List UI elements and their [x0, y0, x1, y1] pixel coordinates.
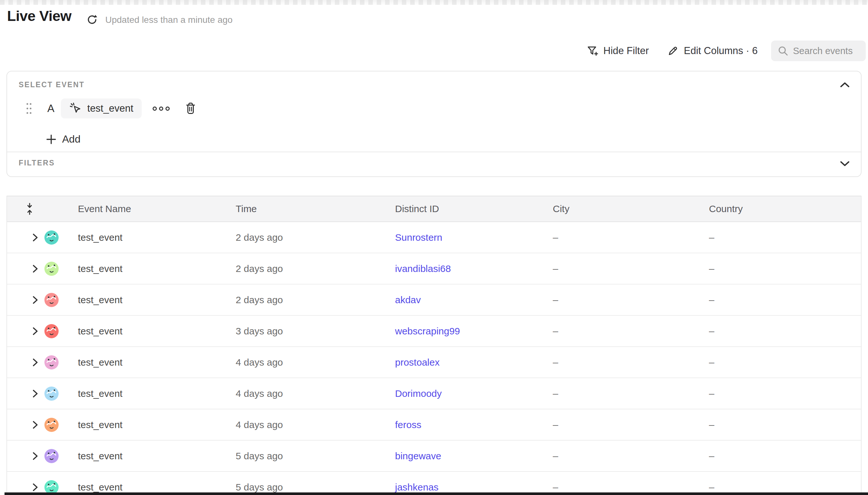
panel-divider	[7, 152, 861, 152]
event-name-cell: test_event	[78, 420, 122, 430]
row-expand-button[interactable]	[30, 482, 40, 492]
avatar[interactable]	[45, 418, 58, 432]
events-table: Event Name Time Distinct ID City Country…	[6, 196, 862, 495]
column-header-event-name[interactable]: Event Name	[78, 203, 131, 214]
avatar[interactable]	[45, 355, 58, 370]
country-cell: –	[709, 326, 714, 337]
country-cell: –	[709, 232, 714, 243]
search-events-box[interactable]	[771, 40, 866, 61]
page-title: Live View	[7, 8, 71, 24]
country-cell: –	[709, 420, 714, 430]
table-row: test_event 2 days ago Sunrostern – –	[7, 222, 861, 253]
avatar[interactable]	[45, 480, 58, 494]
avatar[interactable]	[45, 449, 58, 463]
row-expand-button[interactable]	[30, 389, 40, 398]
time-cell: 2 days ago	[236, 294, 283, 305]
row-expand-button[interactable]	[30, 451, 40, 461]
chevron-right-icon	[30, 389, 40, 398]
row-expand-button[interactable]	[30, 295, 40, 305]
chevron-right-icon	[30, 451, 40, 461]
column-header-city[interactable]: City	[553, 203, 569, 214]
add-button-label: Add	[62, 133, 81, 145]
column-header-time[interactable]: Time	[236, 203, 257, 214]
time-cell: 5 days ago	[236, 450, 283, 462]
chevron-up-icon[interactable]	[840, 82, 850, 88]
city-cell: –	[553, 326, 558, 337]
country-cell: –	[709, 482, 714, 493]
search-events-input[interactable]	[793, 46, 854, 56]
event-options-button[interactable]	[151, 105, 172, 113]
city-cell: –	[553, 294, 558, 305]
distinct-id-link[interactable]: prostoalex	[395, 357, 440, 368]
table-row: test_event 5 days ago jashkenas – –	[7, 472, 861, 495]
distinct-id-link[interactable]: jashkenas	[395, 482, 439, 493]
window-bottom-edge	[4, 492, 868, 495]
drag-handle[interactable]	[26, 103, 32, 114]
event-name-cell: test_event	[78, 232, 122, 243]
search-icon	[778, 45, 788, 56]
filter-icon	[586, 45, 598, 57]
event-selector-chip[interactable]: test_event	[61, 99, 142, 118]
country-cell: –	[709, 357, 714, 368]
refresh-icon	[86, 14, 98, 26]
edit-columns-label: Edit Columns · 6	[684, 45, 758, 57]
event-step-letter: A	[47, 102, 54, 115]
hide-filter-label: Hide Filter	[603, 45, 649, 57]
event-name-cell: test_event	[78, 482, 122, 493]
country-cell: –	[709, 450, 714, 462]
row-expand-button[interactable]	[30, 358, 40, 367]
row-expand-button[interactable]	[30, 233, 40, 242]
event-name-cell: test_event	[78, 450, 122, 462]
time-cell: 2 days ago	[236, 263, 283, 274]
refresh-button[interactable]	[86, 14, 98, 26]
table-row: test_event 2 days ago ivandiblasi68 – –	[7, 253, 861, 285]
avatar[interactable]	[45, 324, 58, 338]
event-name-cell: test_event	[78, 263, 122, 274]
table-row: test_event 4 days ago Dorimoody – –	[7, 378, 861, 409]
distinct-id-link[interactable]: webscraping99	[395, 326, 460, 337]
avatar[interactable]	[45, 262, 58, 276]
chevron-right-icon	[30, 264, 40, 274]
avatar[interactable]	[45, 231, 58, 244]
event-name-cell: test_event	[78, 357, 122, 368]
add-event-button[interactable]: Add	[46, 133, 81, 145]
plus-icon	[46, 134, 56, 144]
distinct-id-link[interactable]: ivandiblasi68	[395, 263, 451, 274]
country-cell: –	[709, 294, 714, 305]
chevron-down-icon[interactable]	[840, 160, 850, 167]
column-header-country[interactable]: Country	[709, 203, 743, 214]
avatar[interactable]	[45, 293, 58, 307]
table-row: test_event 5 days ago bingewave – –	[7, 441, 861, 472]
edit-columns-button[interactable]: Edit Columns · 6	[667, 44, 758, 58]
row-expand-button[interactable]	[30, 264, 40, 274]
collapse-all-button[interactable]	[24, 203, 35, 215]
hide-filter-button[interactable]: Hide Filter	[586, 44, 649, 58]
row-expand-button[interactable]	[30, 326, 40, 336]
query-builder-panel: SELECT EVENT A test_event	[6, 71, 862, 177]
distinct-id-link[interactable]: bingewave	[395, 450, 441, 462]
cursor-click-icon	[69, 102, 82, 115]
city-cell: –	[553, 388, 558, 399]
chevron-right-icon	[30, 295, 40, 305]
city-cell: –	[553, 450, 558, 462]
time-cell: 2 days ago	[236, 232, 283, 243]
trash-icon[interactable]	[185, 102, 197, 115]
chevron-right-icon	[30, 233, 40, 242]
table-row: test_event 4 days ago prostoalex – –	[7, 347, 861, 378]
distinct-id-link[interactable]: Sunrostern	[395, 232, 442, 243]
column-header-distinct-id[interactable]: Distinct ID	[395, 203, 439, 214]
country-cell: –	[709, 388, 714, 399]
distinct-id-link[interactable]: feross	[395, 420, 422, 430]
avatar[interactable]	[45, 387, 58, 401]
table-header-row: Event Name Time Distinct ID City Country	[7, 196, 861, 222]
time-cell: 4 days ago	[236, 388, 283, 399]
distinct-id-link[interactable]: akdav	[395, 294, 421, 305]
filters-label: FILTERS	[19, 159, 55, 167]
time-cell: 5 days ago	[236, 482, 283, 493]
distinct-id-link[interactable]: Dorimoody	[395, 388, 442, 399]
row-expand-button[interactable]	[30, 420, 40, 430]
table-row: test_event 4 days ago feross – –	[7, 409, 861, 441]
table-row: test_event 3 days ago webscraping99 – –	[7, 316, 861, 347]
pencil-icon	[667, 45, 679, 57]
event-config-row: A test_event	[26, 99, 197, 118]
